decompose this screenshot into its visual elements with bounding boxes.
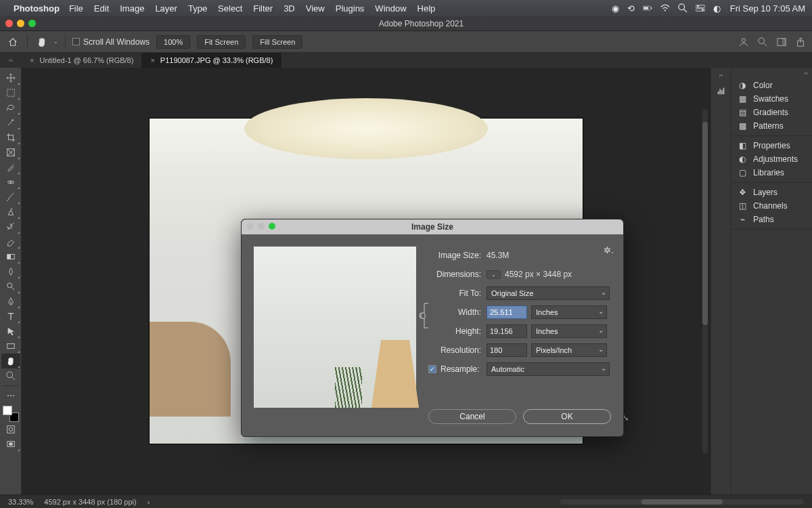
scrollbar-thumb[interactable] — [702, 122, 708, 325]
hand-tool-icon[interactable] — [35, 35, 49, 49]
menu-layer[interactable]: Layer — [155, 3, 177, 14]
horizontal-scrollbar[interactable] — [560, 499, 804, 505]
fit-screen-button[interactable]: Fit Screen — [197, 35, 246, 49]
menu-edit[interactable]: Edit — [94, 3, 109, 14]
resample-select[interactable]: Automatic — [487, 362, 610, 376]
height-input[interactable] — [487, 324, 527, 338]
magic-wand-tool-icon[interactable] — [1, 115, 20, 130]
status-zoom[interactable]: 33.33% — [8, 498, 33, 506]
dialog-titlebar[interactable]: Image Size — [242, 219, 623, 234]
menu-help[interactable]: Help — [418, 3, 436, 14]
ok-button[interactable]: OK — [523, 409, 611, 424]
export-share-icon[interactable] — [794, 36, 807, 48]
dimensions-dropdown[interactable]: ⌄ — [487, 270, 501, 279]
scrollbar-thumb[interactable] — [641, 499, 723, 505]
height-unit-select[interactable]: Inches — [531, 324, 607, 338]
dialog-preview[interactable] — [254, 247, 416, 408]
fit-to-select[interactable]: Original Size — [487, 287, 610, 300]
status-spotlight-icon[interactable] — [678, 3, 687, 13]
fill-screen-button[interactable]: Fill Screen — [252, 35, 302, 49]
dialog-minimize-icon[interactable] — [258, 223, 265, 230]
marquee-tool-icon[interactable] — [1, 85, 20, 100]
menu-image[interactable]: Image — [120, 3, 144, 14]
type-tool-icon[interactable] — [1, 309, 20, 324]
menu-filter[interactable]: Filter — [253, 3, 273, 14]
document-tab[interactable]: × Untitled-1 @ 66.7% (RGB/8) — [22, 53, 142, 68]
menu-3d[interactable]: 3D — [284, 3, 295, 14]
resolution-unit-select[interactable]: Pixels/Inch — [531, 343, 607, 357]
crop-tool-icon[interactable] — [1, 130, 20, 145]
quick-mask-icon[interactable] — [1, 422, 20, 437]
properties-panel-tab[interactable]: ◧Properties — [731, 139, 812, 152]
status-cc-icon[interactable]: ⟲ — [627, 3, 635, 14]
tool-preset-caret-icon[interactable]: ⌄ — [53, 39, 58, 45]
status-doc-info[interactable]: 4592 px x 3448 px (180 ppi) — [44, 498, 136, 506]
status-record-icon[interactable]: ◉ — [612, 3, 619, 14]
dialog-zoom-icon[interactable] — [269, 223, 275, 230]
status-wifi-icon[interactable] — [660, 3, 670, 13]
eraser-tool-icon[interactable] — [1, 234, 20, 249]
layers-panel-tab[interactable]: ❖Layers — [731, 186, 812, 199]
patterns-panel-tab[interactable]: ▩Patterns — [731, 119, 812, 133]
brush-tool-icon[interactable] — [1, 190, 20, 205]
menu-view[interactable]: View — [306, 3, 325, 14]
histogram-panel-icon[interactable] — [715, 84, 728, 98]
left-collapse-icon[interactable]: ›‹ — [0, 53, 22, 68]
workspace-icon[interactable] — [775, 36, 788, 48]
width-unit-select[interactable]: Inches — [531, 305, 607, 319]
width-input[interactable] — [487, 305, 527, 319]
resample-checkbox[interactable]: ✓ — [428, 365, 436, 373]
menu-plugins[interactable]: Plugins — [336, 3, 365, 14]
menu-type[interactable]: Type — [188, 3, 207, 14]
gradient-tool-icon[interactable] — [1, 249, 20, 264]
app-menu[interactable]: Photoshop — [14, 3, 60, 14]
path-selection-tool-icon[interactable] — [1, 324, 20, 339]
dialog-close-icon[interactable] — [247, 223, 254, 230]
status-control-center-icon[interactable] — [696, 3, 705, 13]
zoom-level-button[interactable]: 100% — [156, 35, 190, 49]
cancel-button[interactable]: Cancel — [428, 409, 516, 424]
menubar-clock[interactable]: Fri Sep 10 7:05 AM — [730, 3, 805, 14]
window-minimize-icon[interactable] — [17, 20, 24, 27]
history-brush-tool-icon[interactable] — [1, 219, 20, 234]
edit-toolbar-icon[interactable]: ⋯ — [1, 388, 20, 403]
healing-brush-tool-icon[interactable] — [1, 175, 20, 190]
constrain-proportions-icon[interactable] — [419, 301, 432, 331]
lasso-tool-icon[interactable] — [1, 100, 20, 115]
frame-tool-icon[interactable] — [1, 145, 20, 160]
dodge-tool-icon[interactable] — [1, 279, 20, 294]
channels-panel-tab[interactable]: ◫Channels — [731, 199, 812, 213]
blur-tool-icon[interactable] — [1, 264, 20, 279]
search-icon[interactable] — [757, 36, 769, 48]
close-tab-icon[interactable]: × — [30, 56, 34, 64]
window-close-icon[interactable] — [5, 20, 13, 27]
close-tab-icon[interactable]: × — [150, 56, 154, 64]
libraries-panel-tab[interactable]: ▢Libraries — [731, 166, 812, 179]
menu-select[interactable]: Select — [218, 3, 242, 14]
home-icon[interactable] — [5, 35, 20, 49]
eyedropper-tool-icon[interactable] — [1, 160, 20, 175]
menu-window[interactable]: Window — [375, 3, 406, 14]
move-tool-icon[interactable] — [1, 70, 20, 85]
color-panel-tab[interactable]: ◑Color — [731, 79, 812, 92]
clone-stamp-tool-icon[interactable] — [1, 205, 20, 219]
foreground-background-color[interactable] — [3, 406, 19, 422]
vertical-scrollbar[interactable] — [702, 108, 708, 454]
document-tab[interactable]: × P1190087.JPG @ 33.3% (RGB/8) — [142, 53, 281, 68]
status-siri-icon[interactable]: ◐ — [713, 3, 721, 14]
status-battery-icon[interactable] — [643, 3, 652, 13]
hand-tool-icon[interactable] — [1, 354, 20, 368]
gradients-panel-tab[interactable]: ▤Gradients — [731, 106, 812, 119]
zoom-tool-icon[interactable] — [1, 368, 20, 383]
checkbox-icon[interactable] — [72, 38, 80, 45]
screen-mode-icon[interactable] — [1, 437, 20, 452]
rectangle-tool-icon[interactable] — [1, 339, 20, 354]
menu-file[interactable]: File — [69, 3, 83, 14]
window-zoom-icon[interactable] — [28, 20, 36, 27]
adjustments-panel-tab[interactable]: ◐Adjustments — [731, 152, 812, 166]
paths-panel-tab[interactable]: ⌁Paths — [731, 213, 812, 226]
scroll-all-windows-checkbox[interactable]: Scroll All Windows — [72, 37, 150, 47]
right-collapse-icon[interactable]: ›‹ — [719, 72, 723, 79]
pen-tool-icon[interactable] — [1, 294, 20, 309]
canvas-area[interactable]: ⤡ Image Size ✲. Image Size: 45.3M Dime — [22, 68, 710, 494]
